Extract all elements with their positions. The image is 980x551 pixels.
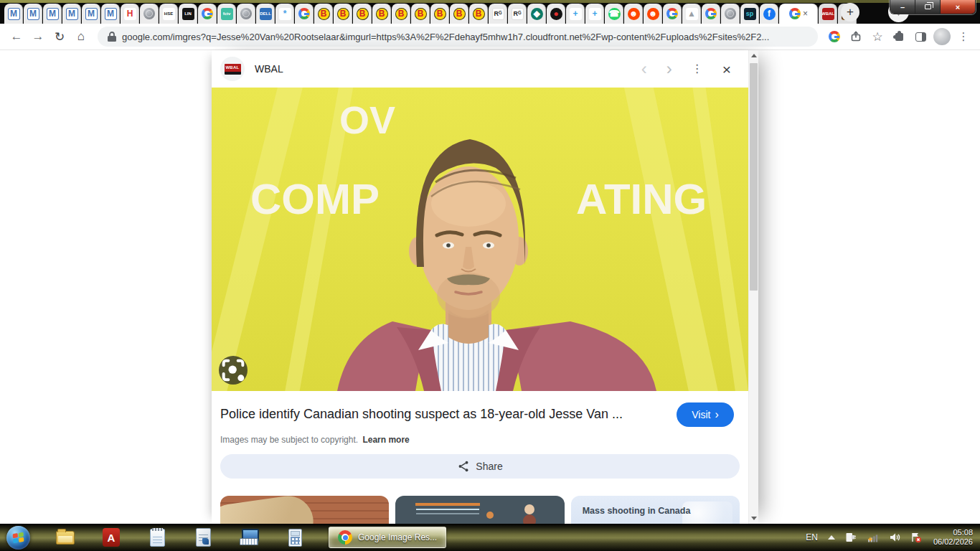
related-thumb-slide[interactable] (395, 496, 564, 524)
forward-button[interactable]: → (27, 26, 49, 47)
google-logo-icon[interactable] (824, 26, 845, 47)
article-image[interactable]: OV COMP ATING (212, 88, 748, 391)
result-title[interactable]: Police identify Canadian shooting suspec… (220, 407, 677, 422)
gmail-tab[interactable]: M (82, 4, 100, 24)
related-thumb-brick[interactable] (220, 496, 389, 524)
new-tab-button[interactable]: + (841, 3, 859, 22)
calculator-button[interactable] (284, 527, 306, 548)
show-hidden-icons-button[interactable] (828, 535, 835, 540)
minimize-button[interactable]: – (890, 0, 915, 14)
previous-image-button[interactable]: ‹ (641, 60, 647, 77)
lin-tab[interactable]: LIN (179, 4, 197, 24)
b-forum-tab[interactable]: B (450, 4, 468, 24)
gmail-tab[interactable]: M (4, 4, 23, 24)
b-forum-favicon: B (318, 8, 330, 20)
side-panel-button[interactable] (910, 26, 931, 47)
globe-tab[interactable] (237, 4, 255, 24)
b-forum-tab[interactable]: B (372, 4, 391, 24)
language-indicator[interactable]: EN (806, 532, 818, 542)
send-icon (850, 31, 862, 42)
reddit-tab[interactable]: ☻ (624, 4, 643, 24)
google-tab[interactable] (702, 4, 720, 24)
tab-close-icon[interactable]: × (803, 9, 808, 18)
reload-button[interactable]: ↻ (49, 26, 70, 47)
sp-tab[interactable]: sp (740, 4, 759, 24)
gmail-tab[interactable]: M (24, 4, 42, 24)
back-button[interactable]: ← (6, 26, 27, 47)
active-google-tab[interactable]: × (779, 4, 818, 24)
share-page-button[interactable] (845, 26, 867, 47)
writer-button[interactable] (192, 527, 214, 548)
bookmark-star-button[interactable]: ☆ (867, 26, 888, 47)
restore-window-icon (925, 4, 931, 9)
address-bar[interactable]: google.com/imgres?q=Jesse%20Van%20Rootse… (98, 27, 818, 47)
volume-icon[interactable] (889, 532, 900, 543)
researchgate-tab[interactable]: Rᴳ (508, 4, 527, 24)
plus-tab[interactable]: + (566, 4, 585, 24)
action-center-flag-icon[interactable] (910, 532, 922, 543)
google-lens-button[interactable] (219, 356, 248, 385)
clock-date: 06/02/2026 (933, 537, 973, 547)
on-screen-keyboard-button[interactable] (238, 527, 260, 548)
scroll-down-arrow[interactable] (751, 517, 757, 520)
image-text-line2-right: ATING (576, 175, 707, 223)
related-thumb-news[interactable]: Mass shooting in Canada (571, 496, 740, 524)
browser-menu-button[interactable]: ⋮ (953, 26, 974, 47)
gmail-tab[interactable]: M (101, 4, 120, 24)
b-forum-tab[interactable]: B (314, 4, 333, 24)
profile-avatar[interactable] (931, 26, 953, 47)
explorer-button[interactable] (55, 527, 76, 548)
gmail-tab[interactable]: M (62, 4, 81, 24)
next-image-button[interactable]: › (666, 60, 672, 77)
fctv-tab[interactable]: fctv (217, 4, 236, 24)
hse-tab[interactable]: HSE (159, 4, 178, 24)
close-window-button[interactable]: × (941, 0, 975, 14)
snowflake-tab[interactable]: * (275, 4, 294, 24)
learn-more-link[interactable]: Learn more (362, 435, 409, 445)
b-forum-tab[interactable]: B (334, 4, 352, 24)
share-button[interactable]: Share (220, 454, 740, 479)
reddit-tab[interactable]: ☻ (644, 4, 662, 24)
globe-tab[interactable] (721, 4, 740, 24)
extensions-button[interactable] (888, 26, 910, 47)
close-panel-button[interactable]: × (722, 62, 731, 77)
teal-badge-tab[interactable]: ◆ (527, 4, 546, 24)
google-tab[interactable] (198, 4, 217, 24)
window-controls: – × (890, 0, 976, 14)
globe-tab[interactable] (140, 4, 159, 24)
dell-tab[interactable]: DELL (256, 4, 275, 24)
google-tab[interactable] (295, 4, 314, 24)
media-dot-tab[interactable]: ● (547, 4, 565, 24)
maximize-button[interactable] (915, 0, 941, 14)
gray-triangle-tab[interactable]: ▲ (682, 4, 701, 24)
b-forum-tab[interactable]: B (469, 4, 488, 24)
b-forum-tab[interactable]: B (411, 4, 430, 24)
b-forum-tab[interactable]: B (430, 4, 449, 24)
network-status-icon[interactable] (867, 532, 879, 543)
home-button[interactable]: ⌂ (70, 26, 92, 47)
visit-button[interactable]: Visit › (677, 402, 734, 427)
clock[interactable]: 05:08 06/02/2026 (933, 528, 973, 547)
source-name[interactable]: WBAL (255, 63, 283, 75)
notepad-button[interactable] (146, 527, 168, 548)
panel-scrollbar[interactable] (748, 50, 758, 524)
active-task-button[interactable]: Google Image Res... (329, 527, 446, 548)
b-forum-tab[interactable]: B (392, 4, 410, 24)
adobe-reader-button[interactable]: A (100, 527, 122, 548)
panel-header: WBAL WBAL ‹ › ⋮ × (212, 50, 748, 88)
researchgate-tab[interactable]: Rᴳ (489, 4, 507, 24)
h-site-tab[interactable]: H (121, 4, 139, 24)
start-button[interactable] (6, 526, 30, 550)
image-result-sheet: WBAL WBAL ‹ › ⋮ × (212, 50, 758, 524)
plus-tab[interactable]: + (585, 4, 604, 24)
scroll-up-arrow[interactable] (751, 54, 757, 57)
more-options-button[interactable]: ⋮ (692, 63, 703, 75)
facebook-tab[interactable]: f (760, 4, 778, 24)
google-tab[interactable] (663, 4, 682, 24)
b-forum-tab[interactable]: B (353, 4, 372, 24)
whatsapp-tab[interactable]: ☎ (605, 4, 623, 24)
remove-hardware-icon[interactable] (845, 532, 857, 543)
scrollbar-thumb[interactable] (750, 63, 758, 291)
gmail-tab[interactable]: M (43, 4, 62, 24)
wbal-tab[interactable]: WBAL (819, 4, 837, 24)
